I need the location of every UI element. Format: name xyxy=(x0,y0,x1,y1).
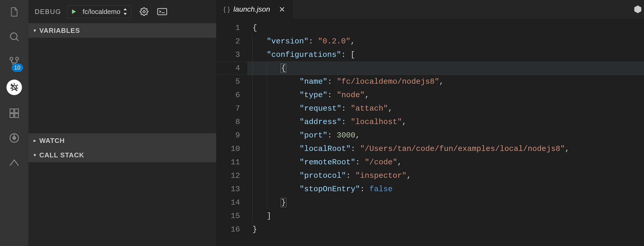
code-line[interactable]: "name": "fc/localdemo/nodejs8", xyxy=(247,75,644,88)
activity-bar: 10 xyxy=(0,0,28,246)
debug-header: DEBUG fc/localdemo xyxy=(28,0,216,23)
line-number: 8 xyxy=(216,115,240,129)
chevron-down-icon: ▾ xyxy=(34,28,36,33)
variables-section-header[interactable]: ▾ VARIABLES xyxy=(28,23,216,38)
callstack-section-header[interactable]: ▾ CALL STACK xyxy=(28,148,216,162)
variables-section-body xyxy=(28,38,216,133)
editor-corner-icon[interactable] xyxy=(633,5,642,15)
code-line[interactable]: { xyxy=(247,62,644,75)
code-line[interactable]: "version": "0.2.0", xyxy=(247,35,644,48)
line-number: 2 xyxy=(216,35,240,48)
tab-bar: { } launch.json ✕ xyxy=(216,0,644,19)
code-line[interactable]: { xyxy=(247,21,644,35)
close-icon[interactable]: ✕ xyxy=(279,5,285,14)
editor-area: { } launch.json ✕ 1 2 3 4 5 6 7 8 9 10 1… xyxy=(216,0,644,246)
callstack-label: CALL STACK xyxy=(39,151,84,159)
svg-rect-16 xyxy=(10,114,14,118)
code-line[interactable]: "port": 3000, xyxy=(247,129,644,142)
svg-rect-14 xyxy=(10,109,14,113)
svg-point-3 xyxy=(16,57,19,60)
extra-icon[interactable] xyxy=(8,156,21,170)
code-line[interactable]: "remoteRoot": "/code", xyxy=(247,156,644,169)
chevron-right-icon: ▸ xyxy=(34,138,36,143)
line-number: 7 xyxy=(216,102,240,115)
source-control-icon[interactable]: 10 xyxy=(8,55,21,68)
chevron-down-icon: ▾ xyxy=(34,152,36,158)
code-line[interactable]: "address": "localhost", xyxy=(247,115,644,129)
tab-filename: launch.json xyxy=(234,5,270,13)
search-icon[interactable] xyxy=(8,30,21,43)
svg-point-21 xyxy=(143,11,145,13)
line-number: 5 xyxy=(216,75,240,88)
debug-icon[interactable] xyxy=(6,80,22,95)
code-line[interactable]: ] xyxy=(247,209,644,223)
line-number: 1 xyxy=(216,21,240,35)
code-lines[interactable]: { "version": "0.2.0", "configurations": … xyxy=(247,21,644,246)
code-line[interactable]: } xyxy=(247,223,644,236)
code-line[interactable]: "configurations": [ xyxy=(247,48,644,62)
code-line[interactable]: "type": "node", xyxy=(247,88,644,102)
debug-config-name: fc/localdemo xyxy=(83,8,120,16)
svg-line-11 xyxy=(12,89,13,91)
scm-badge: 10 xyxy=(12,64,23,72)
line-number: 10 xyxy=(216,142,240,156)
svg-point-19 xyxy=(13,137,16,140)
code-editor[interactable]: 1 2 3 4 5 6 7 8 9 10 11 12 13 14 15 16 {… xyxy=(216,19,644,246)
gear-icon[interactable] xyxy=(139,6,149,17)
extensions-icon[interactable] xyxy=(8,106,21,120)
code-line[interactable]: } xyxy=(247,196,644,209)
line-number: 6 xyxy=(216,88,240,102)
svg-point-2 xyxy=(10,57,13,60)
svg-point-0 xyxy=(10,33,17,40)
line-number: 9 xyxy=(216,129,240,142)
line-number: 11 xyxy=(216,156,240,169)
json-icon: { } xyxy=(223,5,230,13)
svg-line-1 xyxy=(16,39,18,41)
line-number: 3 xyxy=(216,48,240,62)
debug-console-icon[interactable] xyxy=(157,6,168,17)
debug-title: DEBUG xyxy=(35,8,61,16)
start-debug-button[interactable] xyxy=(68,5,80,18)
svg-rect-17 xyxy=(15,114,19,118)
line-number: 13 xyxy=(216,182,240,196)
svg-rect-15 xyxy=(15,109,19,113)
code-line[interactable]: "stopOnEntry": false xyxy=(247,182,644,196)
variables-label: VARIABLES xyxy=(39,27,80,35)
code-line[interactable]: "request": "attach", xyxy=(247,102,644,115)
line-number: 12 xyxy=(216,169,240,182)
watch-section-header[interactable]: ▸ WATCH xyxy=(28,133,216,148)
code-line[interactable]: "localRoot": "/Users/tan/code/fun/exampl… xyxy=(247,142,644,156)
watch-label: WATCH xyxy=(39,137,65,145)
debug-run-box: fc/localdemo xyxy=(67,5,131,18)
callstack-section-body xyxy=(28,162,216,246)
line-number: 14 xyxy=(216,196,240,209)
line-gutter: 1 2 3 4 5 6 7 8 9 10 11 12 13 14 15 16 xyxy=(216,21,247,246)
line-number: 15 xyxy=(216,209,240,223)
debug-config-select[interactable]: fc/localdemo xyxy=(80,5,131,18)
code-line[interactable]: "protocol": "inspector", xyxy=(247,169,644,182)
svg-line-8 xyxy=(16,85,18,86)
gitlens-icon[interactable] xyxy=(8,131,21,145)
tab-launch-json[interactable]: { } launch.json ✕ xyxy=(216,0,293,19)
line-number: 16 xyxy=(216,223,240,236)
line-number: 4 xyxy=(216,62,240,75)
explorer-icon[interactable] xyxy=(8,5,21,19)
debug-sidebar: DEBUG fc/localdemo ▾ VARIABLES ▸ WATCH ▾… xyxy=(28,0,216,246)
svg-rect-22 xyxy=(158,9,167,15)
